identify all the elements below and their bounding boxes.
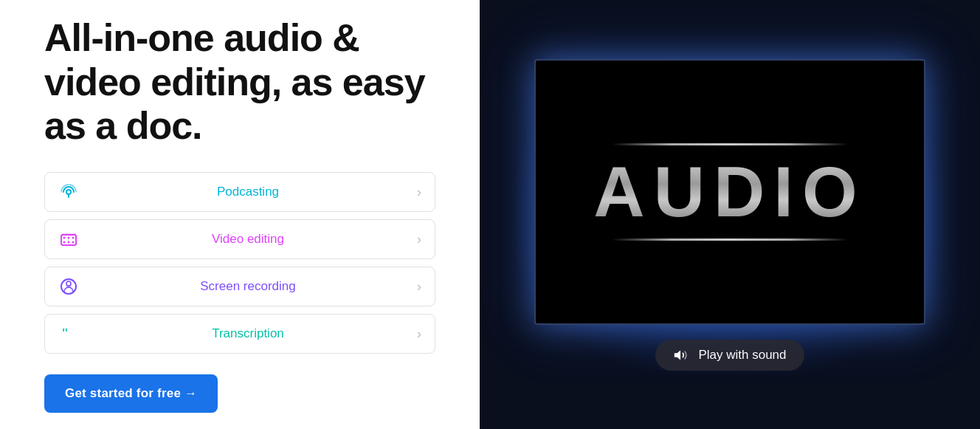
svg-rect-9 <box>61 233 76 236</box>
audio-word: AUDIO <box>593 151 866 233</box>
transcription-label: Transcription <box>79 326 417 341</box>
feature-list: Podcasting › Video editing › <box>44 172 435 354</box>
play-sound-button[interactable]: Play with sound <box>655 340 804 371</box>
feature-item-screen-recording[interactable]: Screen recording › <box>44 267 435 306</box>
svg-text:": " <box>61 326 69 341</box>
svg-point-11 <box>66 281 71 286</box>
svg-point-4 <box>68 237 70 239</box>
svg-rect-2 <box>61 235 76 245</box>
video-container: AUDIO Play with sound <box>534 59 925 371</box>
svg-point-8 <box>72 241 75 244</box>
audio-bottom-line <box>612 238 848 241</box>
transcription-icon: " <box>58 323 79 344</box>
transcription-chevron: › <box>417 326 421 342</box>
feature-item-podcasting[interactable]: Podcasting › <box>44 172 435 212</box>
screen-recording-icon <box>58 276 79 297</box>
audio-top-line <box>612 143 848 145</box>
left-panel: All-in-one audio & video editing, as eas… <box>0 0 480 429</box>
page-headline: All-in-one audio & video editing, as eas… <box>44 16 435 148</box>
podcasting-icon <box>58 182 79 202</box>
svg-point-3 <box>63 237 66 239</box>
audio-text-block: AUDIO <box>593 143 866 241</box>
screen-recording-chevron: › <box>417 279 421 295</box>
sound-icon <box>673 347 689 363</box>
svg-point-5 <box>72 237 75 239</box>
play-sound-label: Play with sound <box>698 348 786 363</box>
video-editing-label: Video editing <box>79 232 417 247</box>
feature-item-video-editing[interactable]: Video editing › <box>44 219 435 259</box>
svg-point-6 <box>63 241 66 244</box>
video-editing-icon <box>58 229 79 250</box>
podcasting-label: Podcasting <box>79 185 417 199</box>
get-started-button[interactable]: Get started for free → <box>44 374 218 413</box>
podcasting-chevron: › <box>417 185 421 200</box>
screen-recording-label: Screen recording <box>79 279 417 294</box>
feature-item-transcription[interactable]: " Transcription › <box>44 314 435 354</box>
audio-screen: AUDIO <box>534 59 925 325</box>
svg-marker-13 <box>674 350 680 360</box>
video-editing-chevron: › <box>417 232 421 247</box>
right-panel: AUDIO Play with sound <box>480 0 980 429</box>
svg-point-7 <box>68 241 70 244</box>
